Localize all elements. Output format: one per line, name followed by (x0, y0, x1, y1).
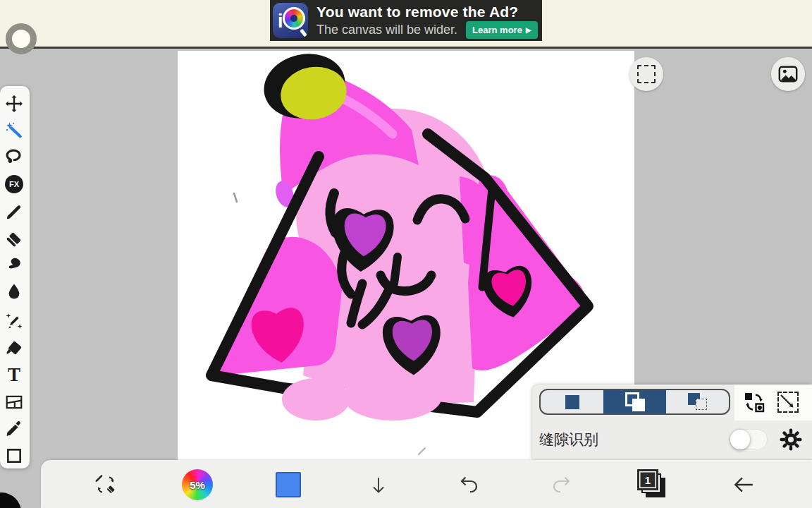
selection-mode-control (539, 389, 730, 415)
bottom-toolbar (41, 460, 812, 508)
magic-wand-tool-button[interactable] (4, 121, 24, 140)
fx-icon: FX (5, 175, 23, 193)
down-arrow-icon (369, 476, 388, 495)
layers-count: 1 (645, 474, 651, 486)
import-image-button[interactable] (771, 57, 805, 91)
frame-icon (5, 393, 23, 411)
canvas-tool-button[interactable] (4, 446, 24, 466)
decoration-pen-icon (5, 312, 23, 330)
clear-selection-icon (777, 392, 799, 413)
move-icon (5, 95, 23, 113)
lasso-icon (5, 147, 23, 166)
back-button[interactable] (732, 473, 756, 500)
selection-settings-button[interactable] (779, 428, 803, 454)
frame-tool-button[interactable] (4, 392, 24, 412)
learn-more-button[interactable]: Learn more▶ (466, 21, 538, 39)
redo-icon (550, 473, 572, 496)
layers-icon: 1 (637, 469, 658, 490)
decoration-pen-tool-button[interactable] (4, 311, 24, 331)
text-tool-button[interactable]: T (4, 365, 24, 385)
eyedropper-tool-button[interactable] (4, 419, 24, 439)
brush-eraser-swap-button[interactable] (94, 473, 118, 500)
toggle-knob (730, 430, 750, 449)
color-wheel-logo-icon (283, 7, 305, 30)
smudge-tool-button[interactable] (4, 255, 24, 275)
blur-tool-button[interactable] (4, 282, 24, 301)
fx-tool-button[interactable]: FX (4, 174, 24, 194)
gear-icon (779, 428, 803, 452)
brush-tool-button[interactable] (4, 202, 24, 222)
canvas-icon (5, 447, 23, 465)
color-wheel-button[interactable]: 5% (182, 469, 213, 500)
add-selection-segment[interactable] (603, 390, 666, 413)
eyedropper-icon (5, 420, 23, 438)
new-selection-segment[interactable] (541, 390, 603, 413)
transform-selection-icon (742, 390, 766, 414)
logo-i-glyph: i (278, 11, 283, 32)
ibispaint-app: i You want to remove the Ad? The canvas … (0, 0, 812, 508)
ad-subtitle: The canvas will be wider. (316, 22, 457, 37)
undo-icon (458, 473, 481, 496)
redo-button[interactable] (550, 473, 572, 499)
bucket-icon (5, 339, 23, 357)
marquee-selection-icon (637, 65, 656, 83)
eraser-icon (5, 230, 23, 248)
ibispaint-logo: i (273, 3, 308, 38)
clear-selection-button[interactable] (777, 392, 799, 413)
marquee-selection-button[interactable] (629, 57, 663, 91)
blur-drop-icon (5, 282, 23, 301)
bucket-tool-button[interactable] (4, 338, 24, 358)
corner-ring-button[interactable] (6, 23, 37, 54)
new-selection-icon (565, 395, 579, 409)
collapse-button[interactable] (369, 476, 388, 498)
undo-button[interactable] (458, 473, 481, 499)
import-image-icon (777, 64, 799, 85)
brush-eraser-swap-icon (94, 473, 118, 497)
current-color-swatch[interactable] (276, 472, 301, 497)
ad-banner[interactable]: i You want to remove the Ad? The canvas … (270, 0, 542, 41)
subtract-selection-segment[interactable] (666, 390, 729, 413)
layers-button[interactable]: 1 (637, 469, 667, 499)
back-arrow-icon (732, 473, 756, 497)
opacity-value: 5% (190, 479, 205, 491)
gap-recognition-label: 缝隙识别 (539, 430, 598, 449)
ad-title: You want to remove the Ad? (316, 3, 538, 20)
add-selection-icon (623, 392, 647, 413)
text-tool-icon: T (8, 365, 20, 384)
subtract-selection-icon (687, 392, 709, 413)
logo-p-tail (300, 29, 307, 37)
screen-corner (0, 492, 21, 508)
ad-text: You want to remove the Ad? The canvas wi… (316, 3, 538, 39)
lasso-tool-button[interactable] (4, 147, 24, 167)
smudge-icon (5, 256, 23, 274)
gap-recognition-toggle[interactable] (730, 429, 768, 450)
brush-icon (5, 202, 23, 221)
play-arrow-icon: ▶ (526, 26, 531, 34)
transform-selection-button[interactable] (742, 390, 766, 417)
move-tool-button[interactable] (4, 94, 24, 114)
magic-wand-icon (5, 121, 23, 140)
eraser-tool-button[interactable] (4, 229, 24, 249)
